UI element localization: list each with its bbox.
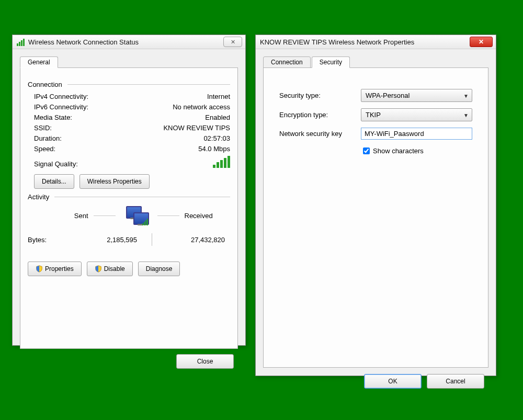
speed-label: Speed:: [34, 145, 55, 153]
duration-label: Duration:: [34, 134, 62, 142]
dialog-body: General Connection IPv4 Connectivity:Int…: [13, 49, 245, 379]
ipv4-value: Internet: [207, 93, 230, 100]
divider: [67, 84, 230, 85]
properties-button-label: Properties: [45, 265, 74, 273]
show-characters-label: Show characters: [373, 147, 424, 155]
received-label: Received: [185, 212, 213, 220]
duration-value: 02:57:03: [203, 134, 230, 142]
titlebar: KNOW REVIEW TIPS Wireless Network Proper…: [256, 35, 496, 49]
tab-general[interactable]: General: [20, 56, 58, 68]
dialog-title: KNOW REVIEW TIPS Wireless Network Proper…: [260, 38, 470, 46]
dialog-body: Connection Security Security type: WPA-P…: [256, 49, 496, 401]
media-state-value: Enabled: [205, 113, 230, 121]
divider: [94, 215, 116, 216]
security-type-value: WPA-Personal: [366, 92, 410, 99]
disable-button[interactable]: Disable: [87, 262, 133, 276]
bytes-received-value: 27,432,820: [156, 236, 230, 244]
divider: [54, 197, 230, 197]
bytes-sent-value: 2,185,595: [74, 236, 147, 244]
ipv4-label: IPv4 Connectivity:: [34, 93, 88, 100]
signal-quality-label: Signal Quality:: [34, 160, 78, 168]
divider: [157, 215, 179, 216]
encryption-type-label: Encryption type:: [279, 111, 361, 119]
show-characters-checkbox[interactable]: [363, 147, 370, 154]
group-activity: Activity: [28, 193, 230, 201]
disable-button-label: Disable: [104, 265, 125, 273]
cancel-button[interactable]: Cancel: [427, 374, 484, 389]
dialog-title: Wireless Network Connection Status: [28, 38, 223, 46]
ssid-label: SSID:: [34, 124, 52, 132]
encryption-type-select[interactable]: TKIP ▼: [361, 108, 472, 121]
network-key-label: Network security key: [279, 130, 361, 138]
bytes-label: Bytes:: [28, 236, 70, 244]
security-type-label: Security type:: [279, 92, 361, 99]
close-icon[interactable]: ✕: [470, 37, 493, 47]
ssid-value: KNOW REVIEW TIPS: [163, 124, 230, 132]
properties-button[interactable]: Properties: [28, 262, 82, 276]
tabstrip: General: [20, 55, 238, 68]
chevron-down-icon: ▼: [463, 112, 469, 118]
tab-security[interactable]: Security: [312, 56, 350, 68]
media-state-label: Media State:: [34, 113, 72, 121]
diagnose-button[interactable]: Diagnose: [138, 262, 180, 276]
signal-bars-icon: [213, 155, 230, 168]
wireless-properties-dialog: KNOW REVIEW TIPS Wireless Network Proper…: [255, 35, 496, 376]
group-connection: Connection: [28, 81, 230, 88]
tab-panel-general: Connection IPv4 Connectivity:Internet IP…: [20, 68, 238, 349]
chevron-down-icon: ▼: [463, 93, 469, 98]
details-button[interactable]: Details...: [34, 174, 74, 189]
signal-icon: [17, 38, 25, 46]
tab-panel-security: Security type: WPA-Personal ▼ Encryption…: [263, 68, 488, 368]
titlebar: Wireless Network Connection Status ✕: [13, 35, 245, 49]
group-activity-label: Activity: [28, 193, 49, 201]
tabstrip: Connection Security: [263, 55, 488, 68]
wireless-status-dialog: Wireless Network Connection Status ✕ Gen…: [12, 35, 246, 346]
network-key-input[interactable]: [361, 128, 472, 140]
ipv6-label: IPv6 Connectivity:: [34, 103, 88, 111]
speed-value: 54.0 Mbps: [198, 145, 230, 153]
ipv6-value: No network access: [173, 103, 230, 111]
network-monitors-icon: [122, 205, 151, 226]
sent-label: Sent: [74, 212, 88, 220]
close-icon[interactable]: ✕: [223, 37, 242, 47]
close-button[interactable]: Close: [176, 354, 234, 369]
ok-button[interactable]: OK: [364, 374, 422, 389]
tab-connection[interactable]: Connection: [263, 56, 311, 68]
shield-icon: [36, 265, 43, 273]
shield-icon: [95, 265, 102, 273]
divider: [152, 233, 152, 246]
wireless-properties-button[interactable]: Wireless Properties: [79, 174, 150, 189]
security-type-select[interactable]: WPA-Personal ▼: [361, 89, 472, 102]
group-connection-label: Connection: [28, 81, 62, 88]
encryption-type-value: TKIP: [366, 111, 381, 119]
